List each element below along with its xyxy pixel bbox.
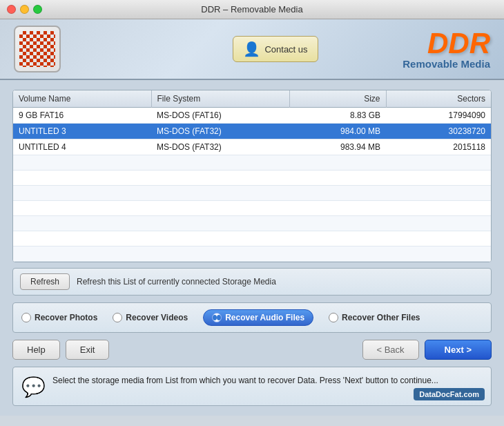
contact-button[interactable]: 👤 Contact us <box>233 36 318 62</box>
next-button[interactable]: Next > <box>425 340 492 360</box>
radio-videos[interactable]: Recover Videos <box>113 313 188 322</box>
brand-sub: Removable Media <box>403 58 490 70</box>
radio-audio-circle <box>212 313 222 322</box>
table-row[interactable]: UNTITLED 4 MS-DOS (FAT32) 983.94 MB 2015… <box>13 139 491 155</box>
action-buttons: Help Exit < Back Next > <box>12 340 492 360</box>
close-button[interactable] <box>7 5 16 14</box>
watermark: DataDocFat.com <box>414 388 485 400</box>
cell-sectors: 2015118 <box>386 139 491 155</box>
empty-row <box>13 201 491 216</box>
logo-box <box>14 26 61 72</box>
empty-row <box>13 171 491 186</box>
empty-row <box>13 246 491 262</box>
col-header-sectors: Sectors <box>386 90 491 108</box>
cell-size: 8.83 GB <box>289 108 386 124</box>
cell-volume: UNTITLED 3 <box>13 124 151 139</box>
radio-other-circle <box>329 313 338 322</box>
cell-fs: MS-DOS (FAT16) <box>151 108 289 124</box>
table-row[interactable]: UNTITLED 3 MS-DOS (FAT32) 984.00 MB 3023… <box>13 124 491 139</box>
exit-button[interactable]: Exit <box>66 340 110 360</box>
info-icon: 💬 <box>21 376 46 398</box>
refresh-description: Refresh this List of currently connected… <box>77 277 276 287</box>
maximize-button[interactable] <box>33 5 42 14</box>
info-text: Select the storage media from List from … <box>52 374 438 387</box>
contact-label: Contact us <box>264 44 307 55</box>
cell-fs: MS-DOS (FAT32) <box>151 124 289 139</box>
col-header-fs: File System <box>151 90 289 108</box>
help-button[interactable]: Help <box>12 340 60 360</box>
volume-table-container: Volume Name File System Size Sectors 9 G… <box>12 90 492 262</box>
cell-sectors: 30238720 <box>386 124 491 139</box>
logo-icon <box>19 31 55 67</box>
empty-row <box>13 216 491 231</box>
radio-audio-label: Recover Audio Files <box>225 313 304 322</box>
radio-photos[interactable]: Recover Photos <box>21 313 97 322</box>
empty-row <box>13 231 491 246</box>
empty-row <box>13 155 491 171</box>
brand-ddr: DDR <box>403 29 490 58</box>
cell-sectors: 17994090 <box>386 108 491 124</box>
back-button[interactable]: < Back <box>362 340 419 360</box>
radio-photos-circle <box>21 313 31 322</box>
refresh-button[interactable]: Refresh <box>20 273 70 290</box>
cell-fs: MS-DOS (FAT32) <box>151 139 289 155</box>
cell-size: 983.94 MB <box>289 139 386 155</box>
info-section: 💬 Select the storage media from List fro… <box>12 367 492 406</box>
refresh-bar: Refresh Refresh this List of currently c… <box>12 268 492 296</box>
radio-other[interactable]: Recover Other Files <box>329 313 420 322</box>
recovery-type-bar: Recover Photos Recover Videos Recover Au… <box>12 302 492 333</box>
radio-videos-label: Recover Videos <box>126 313 188 322</box>
window-controls <box>7 5 42 14</box>
cell-volume: 9 GB FAT16 <box>13 108 151 124</box>
radio-audio[interactable]: Recover Audio Files <box>203 309 313 326</box>
app-header: 👤 Contact us DDR Removable Media <box>0 19 504 80</box>
radio-videos-circle <box>113 313 122 322</box>
main-content: Volume Name File System Size Sectors 9 G… <box>0 80 504 416</box>
window-title: DDR – Removable Media <box>201 4 302 14</box>
col-header-volume: Volume Name <box>13 90 151 108</box>
title-bar: DDR – Removable Media <box>0 0 504 19</box>
col-header-size: Size <box>289 90 386 108</box>
radio-other-label: Recover Other Files <box>342 313 420 322</box>
brand-area: DDR Removable Media <box>403 29 490 70</box>
contact-icon: 👤 <box>243 41 260 57</box>
cell-volume: UNTITLED 4 <box>13 139 151 155</box>
empty-row <box>13 186 491 201</box>
cell-size: 984.00 MB <box>289 124 386 139</box>
table-row[interactable]: 9 GB FAT16 MS-DOS (FAT16) 8.83 GB 179940… <box>13 108 491 124</box>
minimize-button[interactable] <box>20 5 29 14</box>
volume-table: Volume Name File System Size Sectors 9 G… <box>13 90 491 262</box>
radio-photos-label: Recover Photos <box>35 313 97 322</box>
